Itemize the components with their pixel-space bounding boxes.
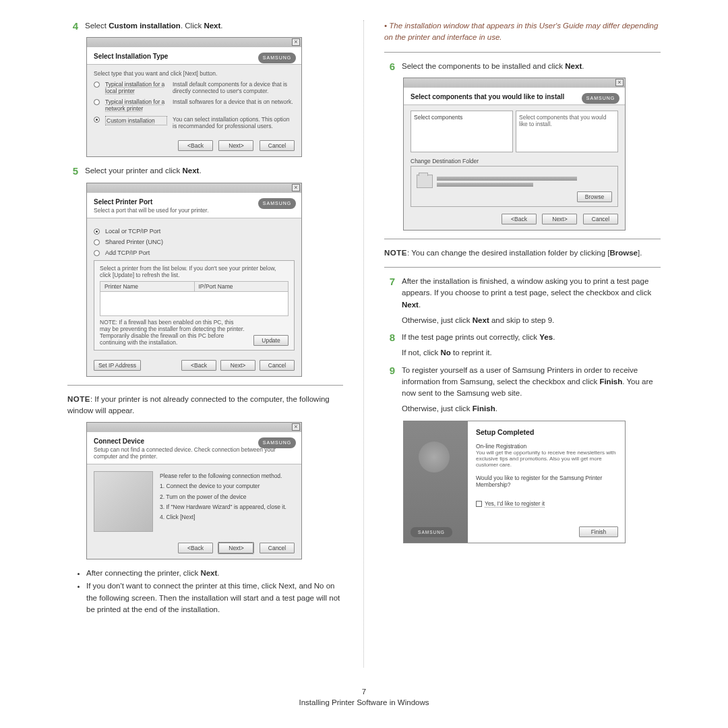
cancel-button[interactable]: Cancel — [260, 140, 295, 151]
step-6: 6 Select the components to be installed … — [384, 61, 661, 72]
connect-steps: Please refer to the following connection… — [160, 471, 286, 532]
next-button[interactable]: Next> — [220, 360, 255, 371]
step-number: 4 — [67, 20, 78, 32]
dialog-printer-port: × Select Printer Port Select a port that… — [86, 183, 302, 377]
cancel-button[interactable]: Cancel — [260, 360, 295, 371]
option-typical-network[interactable]: Typical installation for a network print… — [94, 98, 295, 112]
printer-list[interactable] — [100, 292, 289, 316]
step-9: 9 To register yourself as a user of Sams… — [384, 365, 661, 415]
components-list[interactable]: Select components — [411, 111, 513, 152]
close-icon[interactable]: × — [615, 79, 624, 86]
folder-icon — [417, 175, 433, 188]
set-ip-button[interactable]: Set IP Address — [94, 360, 141, 371]
printer-list-panel: Select a printer from the list below. If… — [94, 260, 295, 351]
components-desc: Select components that you would like to… — [516, 111, 618, 152]
close-icon[interactable]: × — [292, 184, 300, 191]
next-button[interactable]: Next> — [218, 543, 253, 553]
back-button[interactable]: <Back — [178, 140, 213, 151]
step-8: 8 If the test page prints out correctly,… — [384, 332, 661, 359]
finish-button[interactable]: Finish — [579, 526, 618, 537]
back-button[interactable]: <Back — [181, 360, 216, 371]
connect-illustration — [94, 471, 153, 532]
dialog-select-components: × Select components that you would like … — [403, 78, 626, 231]
page-content: 4 Select Custom installation. Click Next… — [0, 0, 728, 681]
after-connect-bullets: After connecting the printer, click Next… — [86, 568, 343, 615]
cancel-button[interactable]: Cancel — [583, 214, 618, 224]
samsung-logo: SAMSUNG — [411, 527, 452, 537]
left-column: 4 Select Custom installation. Click Next… — [64, 20, 364, 667]
dialog-install-type: × Select Installation Type SAMSUNG Selec… — [86, 37, 302, 157]
page-number: 7 — [0, 688, 728, 696]
step-text: Select Custom installation. Click Next. — [85, 20, 343, 32]
step-7: 7 After the installation is finished, a … — [384, 276, 661, 326]
close-icon[interactable]: × — [292, 38, 300, 46]
samsung-logo: SAMSUNG — [258, 198, 296, 209]
dialog-setup-completed: SAMSUNG Setup Completed On-line Registra… — [403, 421, 626, 543]
close-icon[interactable]: × — [292, 423, 300, 431]
register-checkbox[interactable]: Yes, I'd like to register it — [476, 500, 617, 507]
step-4: 4 Select Custom installation. Click Next… — [67, 20, 343, 32]
right-column: • The installation window that appears i… — [364, 20, 664, 667]
note-change-folder: NOTE: You can change the desired install… — [384, 247, 661, 259]
next-button[interactable]: Next> — [218, 140, 253, 151]
cancel-button[interactable]: Cancel — [260, 543, 295, 553]
back-button[interactable]: <Back — [502, 214, 537, 224]
samsung-logo: SAMSUNG — [258, 53, 296, 63]
note-printer-not-connected: NOTE: If your printer is not already con… — [67, 394, 343, 417]
radio-local-tcp[interactable]: Local or TCP/IP Port — [94, 228, 295, 235]
dialog-instruction: Select type that you want and click [Nex… — [94, 70, 295, 77]
dialog-connect-device: × Connect Device Setup can not find a co… — [86, 422, 302, 559]
samsung-logo: SAMSUNG — [582, 93, 619, 104]
update-button[interactable]: Update — [253, 335, 289, 346]
radio-add-tcp[interactable]: Add TCP/IP Port — [94, 249, 295, 256]
back-button[interactable]: <Back — [178, 543, 213, 553]
option-custom[interactable]: Custom installation You can select insta… — [94, 116, 295, 129]
setup-graphic: SAMSUNG — [404, 421, 468, 543]
radio-shared-unc[interactable]: Shared Printer (UNC) — [94, 239, 295, 245]
option-typical-local[interactable]: Typical installation for a local printer… — [94, 81, 295, 94]
dialog-title: Setup Completed — [476, 428, 617, 436]
step-5: 5 Select your printer and click Next. — [67, 165, 343, 177]
footer-title: Installing Printer Software in Windows — [0, 698, 728, 706]
browse-button[interactable]: Browse — [577, 191, 612, 202]
next-button[interactable]: Next> — [542, 214, 577, 224]
samsung-logo: SAMSUNG — [258, 437, 296, 448]
italic-note: • The installation window that appears i… — [384, 20, 661, 44]
page-footer: 7 Installing Printer Software in Windows — [0, 688, 728, 706]
titlebar: × — [87, 38, 301, 47]
